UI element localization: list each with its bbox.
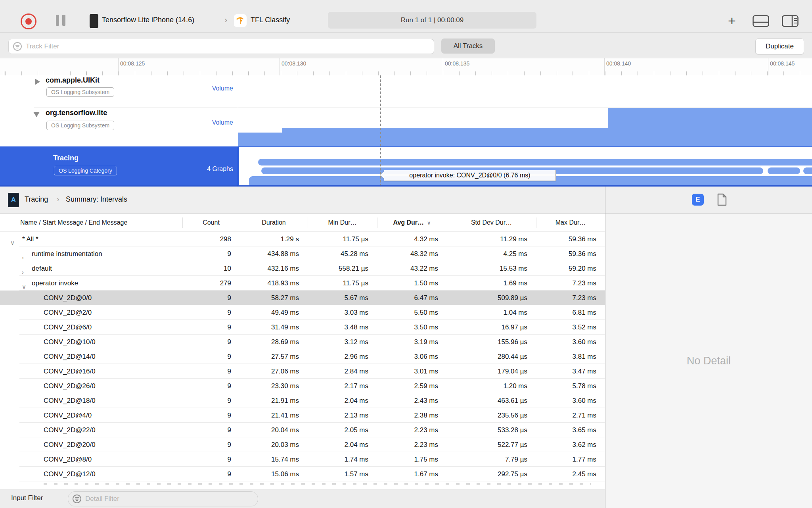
table-row[interactable]: ›runtime instrumentation9434.88 ms45.28 … xyxy=(0,246,605,261)
extended-detail-button[interactable]: E xyxy=(692,194,704,206)
timeline-ruler[interactable]: 00:08.125 00:08.130 00:08.135 00:08.140 … xyxy=(0,58,812,76)
row-stddev-duration: 292.75 µs xyxy=(447,470,536,478)
row-count: 298 xyxy=(182,235,240,243)
chevron-down-icon[interactable]: ∨ xyxy=(22,283,26,291)
track-type-label: Volume xyxy=(212,85,233,92)
track-filter-input[interactable]: Track Filter xyxy=(8,39,434,54)
row-count: 9 xyxy=(182,412,240,419)
column-header-max[interactable]: Max Dur… xyxy=(536,219,605,226)
row-duration: 28.69 ms xyxy=(240,338,308,346)
row-avg-duration: 5.50 ms xyxy=(377,309,447,317)
ruler-label: 00:08.135 xyxy=(445,60,469,67)
table-row[interactable]: CONV_2D@26/0923.30 ms2.17 ms2.59 ms1.20 … xyxy=(0,379,605,393)
toggle-right-pane-button[interactable] xyxy=(782,15,799,27)
track-badge: OS Logging Category xyxy=(54,166,117,175)
row-count: 9 xyxy=(182,250,240,258)
row-count: 9 xyxy=(182,470,240,478)
pause-button[interactable] xyxy=(56,15,65,26)
row-duration: 432.16 ms xyxy=(240,265,308,273)
pause-icon xyxy=(62,15,65,26)
row-max-duration: 7.23 ms xyxy=(536,279,605,287)
column-header-stddev[interactable]: Std Dev Dur… xyxy=(447,219,536,226)
input-filter-label: Input Filter xyxy=(11,494,43,502)
target-app-selector[interactable]: TFL Classify xyxy=(251,16,290,24)
column-header-name[interactable]: Name / Start Message / End Message xyxy=(0,219,182,226)
row-count: 9 xyxy=(182,441,240,449)
row-duration: 418.93 ms xyxy=(240,279,308,287)
row-max-duration: 3.60 ms xyxy=(536,397,605,405)
row-avg-duration: 2.43 ms xyxy=(377,397,447,405)
detail-filter-input[interactable]: Detail Filter xyxy=(68,491,258,506)
toolbar: Tensorflow Lite iPhone (14.6) › TFL Clas… xyxy=(0,0,812,33)
row-duration: 434.88 ms xyxy=(240,250,308,258)
disclosure-triangle-icon[interactable] xyxy=(35,79,40,85)
table-row[interactable]: CONV_2D@20/0920.03 ms2.04 ms2.23 ms522.7… xyxy=(0,437,605,452)
row-duration: 49.49 ms xyxy=(240,309,308,317)
chevron-right-icon: › xyxy=(224,15,227,25)
row-max-duration: 6.81 ms xyxy=(536,309,605,317)
chevron-down-icon[interactable]: ∨ xyxy=(10,239,15,246)
table-row[interactable]: CONV_2D@8/0915.74 ms1.74 ms1.75 ms7.79 µ… xyxy=(0,452,605,467)
row-min-duration: 1.57 ms xyxy=(308,470,377,478)
row-duration: 1.29 s xyxy=(240,235,308,243)
table-row[interactable]: CONV_2D@4/0921.41 ms2.13 ms2.38 ms235.56… xyxy=(0,408,605,423)
row-name: CONV_2D@16/0 xyxy=(0,368,182,375)
column-header-count[interactable]: Count xyxy=(182,219,240,226)
record-icon xyxy=(25,18,32,25)
add-instrument-button[interactable]: + xyxy=(726,14,738,27)
chevron-right-icon[interactable]: › xyxy=(22,254,24,261)
table-row[interactable]: CONV_2D@0/0958.27 ms5.67 ms6.47 ms509.89… xyxy=(0,291,605,305)
duplicate-button[interactable]: Duplicate xyxy=(755,38,804,54)
instruments-window: Tensorflow Lite iPhone (14.6) › TFL Clas… xyxy=(0,0,812,508)
row-name: CONV_2D@26/0 xyxy=(0,382,182,390)
table-row[interactable]: CONV_2D@16/0927.06 ms2.84 ms3.01 ms179.0… xyxy=(0,364,605,379)
table-row[interactable]: CONV_2D@6/0931.49 ms3.48 ms3.50 ms16.97 … xyxy=(0,320,605,335)
track-row-tracing[interactable]: Tracing OS Logging Category 4 Graphs xyxy=(0,146,238,187)
column-header-min[interactable]: Min Dur… xyxy=(308,219,377,226)
row-duration: 21.41 ms xyxy=(240,412,308,419)
row-stddev-duration: 280.44 µs xyxy=(447,353,536,361)
toggle-bottom-pane-button[interactable] xyxy=(753,15,769,27)
record-button[interactable] xyxy=(21,13,36,29)
breadcrumb-tracing[interactable]: Tracing xyxy=(25,195,48,204)
track-name: Tracing xyxy=(53,154,79,162)
row-avg-duration: 3.19 ms xyxy=(377,338,447,346)
row-stddev-duration: 463.61 µs xyxy=(447,397,536,405)
table-row[interactable]: ›default10432.16 ms558.21 µs43.22 ms15.5… xyxy=(0,261,605,276)
document-icon[interactable] xyxy=(717,193,727,206)
interval-bar[interactable] xyxy=(258,159,812,165)
table-row[interactable]: CONV_2D@18/0921.91 ms2.04 ms2.43 ms463.6… xyxy=(0,393,605,408)
volume-graph-segment xyxy=(238,133,282,146)
table-row[interactable]: ∨* All *2981.29 s11.75 µs4.32 ms11.29 ms… xyxy=(0,232,605,246)
pane-divider[interactable] xyxy=(605,187,605,508)
disclosure-triangle-icon[interactable] xyxy=(33,112,40,117)
row-avg-duration: 1.75 ms xyxy=(377,456,447,464)
table-row[interactable]: CONV_2D@2/0949.49 ms3.03 ms5.50 ms1.04 m… xyxy=(0,305,605,320)
row-avg-duration: 3.01 ms xyxy=(377,368,447,375)
table-row[interactable]: CONV_2D@12/0915.06 ms1.57 ms1.67 ms292.7… xyxy=(0,467,605,481)
table-row[interactable]: CONV_2D@22/0920.04 ms2.05 ms2.23 ms533.2… xyxy=(0,423,605,437)
track-badge: OS Logging Subsystem xyxy=(46,121,114,130)
column-header-avg[interactable]: Avg Dur…∨ xyxy=(377,219,447,226)
table-row[interactable]: CONV_2D@14/0927.57 ms2.96 ms3.06 ms280.4… xyxy=(0,349,605,364)
run-status: Run 1 of 1 | 00:00:09 xyxy=(328,12,536,29)
ruler-ticks xyxy=(0,71,812,75)
tracing-thumbnail-icon: A xyxy=(8,193,19,207)
row-count: 9 xyxy=(182,353,240,361)
chevron-right-icon[interactable]: › xyxy=(22,269,24,275)
breadcrumb-summary-intervals[interactable]: Summary: Intervals xyxy=(66,195,127,204)
table-row[interactable]: ∨operator invoke279418.93 ms11.75 µs1.50… xyxy=(0,276,605,291)
table-body: ∨* All *2981.29 s11.75 µs4.32 ms11.29 ms… xyxy=(0,232,605,481)
table-row[interactable]: CONV_2D@10/0928.69 ms3.12 ms3.19 ms155.9… xyxy=(0,335,605,349)
interval-bar[interactable] xyxy=(803,167,812,174)
row-min-duration: 2.04 ms xyxy=(308,397,377,405)
all-tracks-button[interactable]: All Tracks xyxy=(441,38,495,54)
row-name: ∨operator invoke xyxy=(0,279,182,287)
row-min-duration: 1.74 ms xyxy=(308,456,377,464)
row-min-duration: 3.12 ms xyxy=(308,338,377,346)
iphone-icon xyxy=(90,14,98,28)
device-selector[interactable]: Tensorflow Lite iPhone (14.6) xyxy=(102,16,194,24)
column-header-duration[interactable]: Duration xyxy=(240,219,308,226)
interval-bar[interactable] xyxy=(768,167,800,174)
row-stddev-duration: 15.53 ms xyxy=(447,265,536,273)
